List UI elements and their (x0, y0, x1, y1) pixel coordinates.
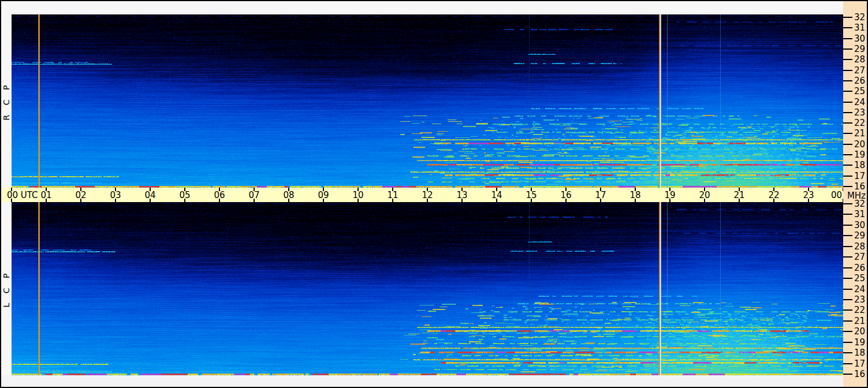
bottom-margin (1, 375, 843, 387)
freq-tick-label: 30 (852, 221, 865, 230)
freq-tick-mark (843, 352, 852, 353)
freq-tick-label: 21 (852, 129, 865, 138)
freq-tick-label: 31 (852, 210, 865, 219)
freq-tick-mark (843, 38, 852, 39)
time-tick-label: 05 (167, 191, 202, 200)
spectrogram-lcp (12, 202, 843, 375)
freq-tick-mark (843, 203, 852, 204)
time-tick-label: 22 (757, 191, 791, 200)
freq-tick-mark (843, 165, 852, 166)
freq-tick-label: 24 (852, 98, 865, 107)
time-tick-label: 00 (807, 191, 842, 200)
freq-tick-mark (843, 289, 852, 290)
freq-tick-label: 30 (852, 34, 865, 43)
freq-tick-label: 18 (852, 348, 865, 357)
freq-tick-mark (843, 235, 852, 236)
freq-tick-label: 17 (852, 171, 865, 181)
freq-tick-mark (843, 176, 852, 177)
freq-tick-mark (843, 214, 852, 215)
freq-tick-label: 22 (852, 305, 865, 315)
freq-tick-label: 29 (852, 231, 865, 240)
time-tick-label: 01 (29, 191, 64, 200)
time-tick-label: 18 (618, 191, 653, 200)
lcp-panel-label-text: L C P (2, 270, 11, 308)
freq-tick-mark (843, 144, 852, 145)
freq-tick-label: 16 (852, 370, 865, 379)
freq-tick-mark (843, 70, 852, 71)
freq-tick-mark (843, 48, 852, 50)
freq-tick-mark (843, 225, 852, 226)
title-bar: AJ4CO Observatory 12 Nov 2020 - DPS on T… (1, 1, 843, 14)
freq-tick-label: 25 (852, 274, 865, 283)
time-tick-label: 04 (133, 191, 167, 200)
freq-tick-mark (843, 17, 852, 18)
freq-tick-mark (843, 112, 852, 113)
freq-tick-label: 27 (852, 252, 865, 262)
freq-tick-label: 26 (852, 263, 865, 273)
freq-tick-mark (843, 363, 852, 364)
freq-tick-mark (843, 374, 852, 375)
freq-tick-mark (843, 299, 852, 300)
time-tick-label: 06 (202, 191, 237, 200)
freq-tick-mark (843, 102, 852, 103)
freq-tick-label: 26 (852, 76, 865, 85)
freq-tick-mark (843, 80, 852, 81)
time-tick-label: 03 (98, 191, 133, 200)
freq-tick-label: 19 (852, 338, 865, 347)
freq-tick-label: 20 (852, 327, 865, 336)
time-tick-label: 02 (64, 191, 98, 200)
time-tick-label: 11 (375, 191, 410, 200)
spectrogram-rcp (12, 14, 843, 188)
freq-tick-mark (843, 154, 852, 155)
time-tick-label: 15 (514, 191, 549, 200)
freq-tick-mark (843, 246, 852, 247)
freq-tick-mark (843, 59, 852, 60)
freq-tick-mark (843, 278, 852, 279)
time-tick-label: 21 (722, 191, 757, 200)
freq-tick-mark (843, 256, 852, 258)
time-tick-label: 19 (653, 191, 687, 200)
freq-tick-label: 32 (852, 13, 865, 22)
time-tick-label: 12 (410, 191, 445, 200)
rcp-panel-label: R C P (1, 14, 12, 188)
freq-tick-label: 18 (852, 161, 865, 170)
freq-tick-label: 23 (852, 295, 865, 304)
freq-tick-mark (843, 267, 852, 268)
freq-tick-label: 25 (852, 87, 865, 96)
lcp-panel-label: L C P (1, 202, 12, 375)
freq-tick-mark (843, 309, 852, 311)
time-tick-label: 08 (271, 191, 306, 200)
time-tick-label: 16 (549, 191, 583, 200)
freq-tick-mark (843, 133, 852, 134)
time-tick-label: 09 (306, 191, 341, 200)
rcp-panel-label-text: R C P (2, 82, 11, 121)
freq-tick-label: 31 (852, 23, 865, 32)
freq-tick-mark (843, 320, 852, 322)
freq-tick-mark (843, 91, 852, 92)
time-tick-label: 10 (341, 191, 375, 200)
freq-tick-label: 17 (852, 359, 865, 368)
freq-tick-mark (843, 186, 852, 187)
time-tick-label: 14 (479, 191, 514, 200)
freq-tick-mark (843, 27, 852, 28)
time-tick-label: 17 (583, 191, 618, 200)
freq-tick-label: 23 (852, 108, 865, 117)
freq-tick-label: 29 (852, 44, 865, 54)
time-tick-label: 13 (445, 191, 479, 200)
freq-tick-label: 19 (852, 150, 865, 159)
freq-tick-mark (843, 342, 852, 343)
freq-tick-mark (843, 122, 852, 124)
freq-tick-label: 27 (852, 66, 865, 75)
mhz-unit-label: MHz (843, 191, 866, 200)
freq-tick-label: 28 (852, 242, 865, 251)
time-axis: 00 UTC0102030405060708091011121314151617… (1, 188, 843, 202)
freq-tick-label: 21 (852, 316, 865, 326)
freq-tick-label: 20 (852, 140, 865, 149)
freq-tick-label: 24 (852, 285, 865, 294)
time-tick-label: 07 (237, 191, 271, 200)
freq-tick-mark (843, 331, 852, 332)
time-tick-label: 20 (687, 191, 722, 200)
frequency-axis: 3231302928272625242322212019181716323130… (843, 1, 867, 387)
freq-tick-label: 22 (852, 118, 865, 128)
app-window: AJ4CO Observatory 12 Nov 2020 - DPS on T… (0, 0, 868, 388)
